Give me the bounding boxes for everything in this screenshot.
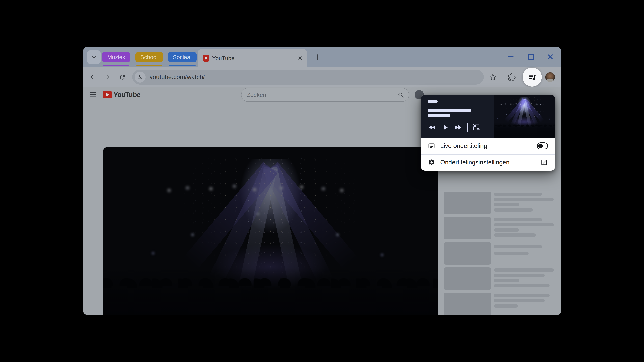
window-maximize-button[interactable] <box>528 54 534 60</box>
reload-button[interactable] <box>117 72 128 82</box>
skeleton-text-line <box>494 252 528 255</box>
address-bar[interactable] <box>132 69 484 85</box>
live-caption-toggle[interactable] <box>537 142 548 149</box>
skeleton-text-line <box>494 223 554 226</box>
queue-music-icon <box>528 72 537 82</box>
tab-group-underline <box>136 65 162 66</box>
skeleton-text-line <box>494 279 519 282</box>
tab-group-chip[interactable]: Sociaal <box>168 52 197 62</box>
tab-group-muziek[interactable]: Muziek <box>102 47 130 67</box>
media-controls-button[interactable] <box>522 67 542 87</box>
close-icon <box>547 53 554 60</box>
search-input[interactable] <box>246 91 392 98</box>
related-video-skeleton[interactable] <box>444 217 554 239</box>
youtube-favicon-icon <box>203 55 210 61</box>
url-input[interactable] <box>149 73 484 81</box>
tab-search-button[interactable] <box>87 50 100 64</box>
window-close-button[interactable] <box>548 54 554 60</box>
skeleton-thumbnail <box>444 217 491 239</box>
chevron-down-icon <box>90 54 97 60</box>
tab-title: YouTube <box>212 55 234 61</box>
media-source-skeleton <box>428 100 438 103</box>
skeleton-text-line <box>494 274 545 277</box>
skeleton-text-line <box>494 245 542 248</box>
skeleton-text-line <box>494 218 542 221</box>
related-video-skeleton[interactable] <box>444 242 554 265</box>
profile-avatar[interactable] <box>545 72 555 82</box>
tab-group-school[interactable]: School <box>135 47 163 67</box>
controls-divider <box>468 122 468 132</box>
skeleton-thumbnail <box>444 268 491 290</box>
live-caption-label: Live ondertiteling <box>440 142 537 149</box>
maximize-icon <box>528 54 534 60</box>
previous-track-button[interactable] <box>428 123 437 131</box>
live-caption-icon <box>428 142 435 150</box>
related-video-skeleton[interactable] <box>444 293 554 315</box>
media-artist-skeleton <box>428 114 450 117</box>
forward-button[interactable] <box>102 72 112 82</box>
related-video-skeleton[interactable] <box>444 192 554 214</box>
skeleton-text-line <box>494 198 554 201</box>
media-popup-header <box>421 95 555 138</box>
back-button[interactable] <box>88 72 98 82</box>
tab-youtube[interactable]: YouTube <box>198 49 307 67</box>
skeleton-thumbnail <box>444 192 491 214</box>
video-frame <box>103 147 438 315</box>
media-thumbnail <box>494 95 555 138</box>
skeleton-text-line <box>494 193 542 196</box>
gear-icon <box>428 159 435 166</box>
caption-settings-label: Ondertitelingsinstellingen <box>440 159 540 166</box>
tab-group-chip[interactable]: Muziek <box>102 52 130 62</box>
window-minimize-button[interactable] <box>508 54 514 60</box>
live-caption-row[interactable]: Live ondertiteling <box>421 138 555 154</box>
skeleton-text-line <box>494 294 550 297</box>
search-box[interactable] <box>241 88 409 102</box>
skeleton-text-line <box>494 233 536 237</box>
desktop: MuziekSchoolSociaal YouTube <box>0 0 644 362</box>
skeleton-text-line <box>494 304 518 308</box>
hamburger-menu-button[interactable] <box>90 91 96 98</box>
skeleton-text-line <box>494 284 550 287</box>
open-in-new-icon <box>540 159 548 166</box>
tab-group-underline <box>169 65 196 66</box>
skeleton-text-line <box>494 269 554 272</box>
toggle-knob <box>538 144 543 148</box>
skeleton-text-line <box>494 228 519 232</box>
tab-group-chip[interactable]: School <box>135 52 163 62</box>
media-title-skeleton <box>428 109 471 112</box>
related-video-skeleton[interactable] <box>444 268 554 290</box>
site-settings-icon[interactable] <box>134 71 146 83</box>
caption-settings-row[interactable]: Ondertitelingsinstellingen <box>421 154 555 171</box>
youtube-wordmark[interactable]: YouTube <box>114 91 140 98</box>
browser-window: MuziekSchoolSociaal YouTube <box>83 47 561 315</box>
minimize-icon <box>508 56 514 57</box>
youtube-logo-icon[interactable] <box>103 91 112 98</box>
new-tab-button[interactable] <box>312 52 323 63</box>
tab-groups: MuziekSchoolSociaal <box>102 47 196 67</box>
media-controls-popup: Live ondertiteling Ondertitelingsinstell… <box>421 95 555 171</box>
skeleton-text-line <box>494 208 533 212</box>
play-button[interactable] <box>441 123 450 131</box>
skeleton-thumbnail <box>444 242 491 265</box>
next-track-button[interactable] <box>453 123 462 131</box>
skeleton-text-line <box>494 203 519 206</box>
bookmark-star-button[interactable] <box>488 72 498 82</box>
tab-close-button[interactable] <box>297 55 303 61</box>
browser-toolbar <box>83 67 561 87</box>
tab-strip: MuziekSchoolSociaal YouTube <box>83 47 561 67</box>
search-icon <box>398 92 404 98</box>
extensions-button[interactable] <box>506 72 517 82</box>
picture-in-picture-button[interactable] <box>472 123 482 132</box>
skeleton-text-line <box>494 299 545 302</box>
video-player[interactable]: Afspelen op Tv in woonkamer <box>103 147 438 315</box>
skeleton-thumbnail <box>444 293 491 315</box>
tab-group-sociaal[interactable]: Sociaal <box>168 47 197 67</box>
search-button[interactable] <box>393 89 409 101</box>
tab-group-underline <box>103 65 129 66</box>
